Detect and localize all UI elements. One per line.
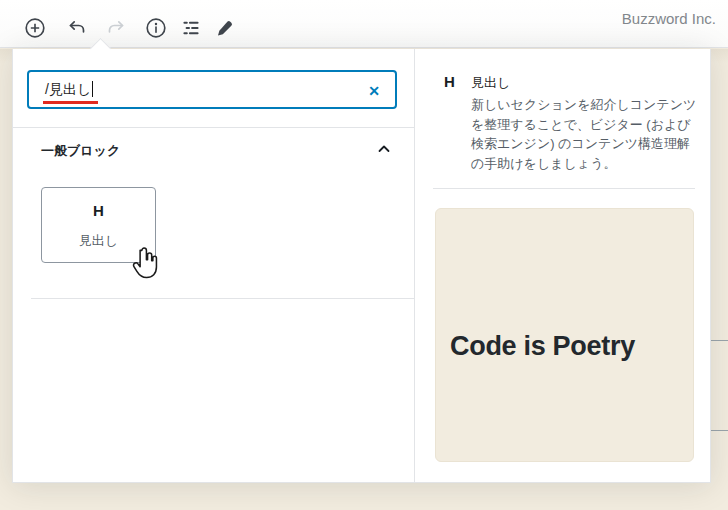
clear-search-button[interactable]: ✕ [363, 80, 385, 102]
redo-icon [106, 18, 126, 38]
pencil-icon [214, 18, 235, 39]
section-common-blocks[interactable]: 一般ブロック [13, 128, 414, 172]
divider [433, 188, 695, 189]
undo-button[interactable] [59, 10, 95, 46]
editor-canvas: Buzzword Inc. /見出し ✕ 一般ブロック H 見出し H [0, 0, 728, 510]
block-inserter-popup: /見出し ✕ 一般ブロック H 見出し H 見出し 新しいセクションを紹介しコン… [12, 49, 711, 483]
section-title: 一般ブロック [41, 142, 120, 160]
text-cursor [92, 81, 93, 97]
heading-block-icon: H [42, 202, 155, 219]
divider [31, 298, 414, 299]
edit-mode-button[interactable] [206, 10, 242, 46]
heading-detail-icon: H [444, 73, 455, 90]
heading-detail-description: 新しいセクションを紹介しコンテンツを整理することで、ビジター (および検索エンジ… [471, 95, 701, 173]
info-circle-icon [145, 17, 167, 39]
plus-circle-icon [24, 17, 46, 39]
search-value: /見出し [45, 81, 93, 99]
list-outline-icon [180, 17, 202, 39]
background-block-outline [711, 430, 728, 431]
undo-icon [67, 18, 87, 38]
top-toolbar: Buzzword Inc. [0, 0, 728, 48]
chevron-up-icon [376, 141, 392, 160]
hand-pointer-cursor [129, 246, 161, 286]
block-search-input[interactable]: /見出し ✕ [27, 70, 397, 109]
site-name: Buzzword Inc. [622, 9, 716, 29]
spellcheck-underline [43, 101, 98, 104]
content-structure-button[interactable] [138, 10, 174, 46]
background-block-outline [711, 340, 728, 341]
column-divider [414, 49, 415, 482]
block-navigation-button[interactable] [173, 10, 209, 46]
preview-sample-heading: Code is Poetry [450, 331, 635, 362]
block-preview-panel: Code is Poetry [435, 208, 694, 462]
heading-detail-title: 見出し [471, 74, 510, 92]
add-block-button[interactable] [17, 10, 53, 46]
